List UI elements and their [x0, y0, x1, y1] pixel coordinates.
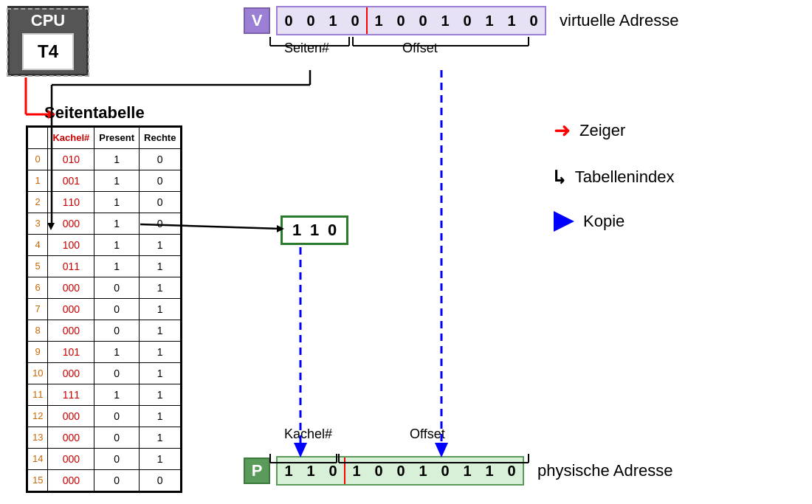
blue-arrow-icon — [554, 211, 574, 232]
cell-idx: 2 — [28, 192, 48, 213]
table-row: 3 000 1 0 — [28, 213, 181, 235]
kachel-bit-1: 1 — [306, 221, 323, 240]
vbit-11: 0 — [523, 7, 545, 34]
cell-idx: 15 — [28, 470, 48, 491]
table-row: 8 000 0 1 — [28, 320, 181, 342]
v-badge: V — [244, 7, 270, 34]
cell-rechte: 1 — [140, 384, 181, 406]
cell-kachel: 100 — [48, 235, 94, 256]
vbit-1: 0 — [300, 7, 322, 34]
zeiger-label: Zeiger — [579, 121, 625, 140]
table-row: 6 000 0 1 — [28, 277, 181, 299]
cell-rechte: 1 — [140, 235, 181, 256]
pbit-8: 1 — [456, 458, 478, 484]
pbit-9: 1 — [478, 458, 500, 484]
cell-rechte: 0 — [140, 149, 181, 170]
cell-idx: 1 — [28, 170, 48, 192]
svg-marker-18 — [435, 443, 448, 458]
cell-idx: 11 — [28, 384, 48, 406]
cell-kachel: 000 — [48, 320, 94, 342]
table-row: 9 101 1 1 — [28, 342, 181, 363]
cell-present: 0 — [94, 320, 140, 342]
pbit-4: 0 — [368, 458, 390, 484]
cell-rechte: 1 — [140, 406, 181, 427]
cell-idx: 10 — [28, 363, 48, 384]
pbit-7: 0 — [434, 458, 456, 484]
legend-zeiger: ➜ Zeiger — [554, 118, 674, 142]
cell-kachel: 000 — [48, 406, 94, 427]
table-row: 11 111 1 1 — [28, 384, 181, 406]
cell-present: 0 — [94, 363, 140, 384]
corner-arrow-icon: ↳ — [554, 165, 566, 189]
cpu-inner: T4 — [22, 33, 74, 70]
vbit-2: 1 — [322, 7, 344, 34]
cell-present: 1 — [94, 192, 140, 213]
cell-rechte: 0 — [140, 170, 181, 192]
cpu-process: T4 — [38, 41, 58, 62]
table-row: 5 011 1 1 — [28, 256, 181, 277]
cell-present: 0 — [94, 406, 140, 427]
cell-idx: 3 — [28, 213, 48, 235]
svg-marker-16 — [294, 443, 307, 458]
cell-idx: 5 — [28, 256, 48, 277]
table-row: 2 110 1 0 — [28, 192, 181, 213]
cell-idx: 8 — [28, 320, 48, 342]
pbit-1: 1 — [300, 458, 322, 484]
vbit-5: 0 — [390, 7, 412, 34]
cell-present: 0 — [94, 277, 140, 299]
cell-present: 0 — [94, 470, 140, 491]
pbit-2: 0 — [322, 458, 344, 484]
cell-rechte: 0 — [140, 192, 181, 213]
col-header-rechte: Rechte — [140, 128, 181, 149]
cell-rechte: 0 — [140, 470, 181, 491]
cell-present: 0 — [94, 449, 140, 470]
cell-kachel: 010 — [48, 149, 94, 170]
cell-kachel: 001 — [48, 170, 94, 192]
cell-present: 1 — [94, 256, 140, 277]
cell-present: 0 — [94, 427, 140, 449]
vbit-6: 0 — [412, 7, 434, 34]
pbit-6: 1 — [412, 458, 434, 484]
vbit-4: 1 — [368, 7, 390, 34]
table-row: 13 000 0 1 — [28, 427, 181, 449]
physical-address-bits: 1 1 0 1 0 0 1 0 1 1 0 — [276, 456, 524, 486]
cell-present: 1 — [94, 235, 140, 256]
cell-kachel: 110 — [48, 192, 94, 213]
legend-kopie: Kopie — [554, 211, 674, 232]
table-row: 12 000 0 1 — [28, 406, 181, 427]
cell-idx: 7 — [28, 299, 48, 320]
cell-idx: 0 — [28, 149, 48, 170]
sublabel-seiten: Seiten# — [284, 41, 329, 56]
cell-rechte: 1 — [140, 342, 181, 363]
cell-present: 0 — [94, 299, 140, 320]
col-header-kachel: Kachel# — [48, 128, 94, 149]
cell-present: 1 — [94, 213, 140, 235]
cell-kachel: 000 — [48, 363, 94, 384]
table-row: 0 010 1 0 — [28, 149, 181, 170]
virtual-address-label: virtuelle Adresse — [560, 11, 678, 30]
cell-rechte: 0 — [140, 213, 181, 235]
kopie-label: Kopie — [583, 212, 625, 231]
cell-kachel: 111 — [48, 384, 94, 406]
cell-rechte: 1 — [140, 277, 181, 299]
col-header-idx — [28, 128, 48, 149]
vbit-3: 0 — [344, 7, 366, 34]
cell-present: 1 — [94, 170, 140, 192]
vbit-10: 1 — [500, 7, 523, 34]
pbit-10: 0 — [500, 458, 523, 484]
kachel-bit-0: 1 — [289, 221, 305, 240]
cpu-label: CPU — [31, 11, 65, 30]
table-row: 7 000 0 1 — [28, 299, 181, 320]
cell-kachel: 101 — [48, 342, 94, 363]
col-header-present: Present — [94, 128, 140, 149]
table-row: 4 100 1 1 — [28, 235, 181, 256]
cell-rechte: 1 — [140, 299, 181, 320]
cell-rechte: 1 — [140, 320, 181, 342]
physical-address-container: P 1 1 0 1 0 0 1 0 1 1 0 physische Adress… — [244, 456, 672, 486]
cell-rechte: 1 — [140, 449, 181, 470]
cell-rechte: 1 — [140, 256, 181, 277]
tabellenindex-label: Tabellenindex — [575, 168, 675, 187]
cell-kachel: 011 — [48, 256, 94, 277]
cell-idx: 4 — [28, 235, 48, 256]
cell-idx: 9 — [28, 342, 48, 363]
